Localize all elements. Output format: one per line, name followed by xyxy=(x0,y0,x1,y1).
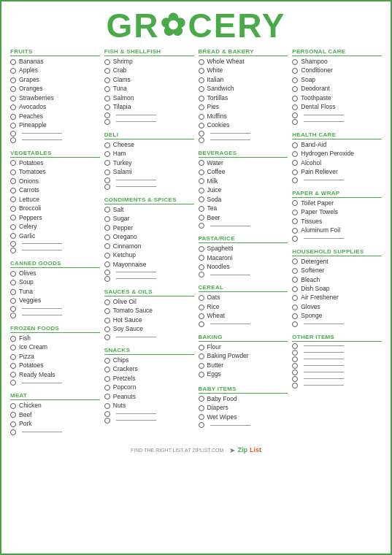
list-item[interactable]: Tuna xyxy=(104,85,194,93)
checkbox-circle[interactable] xyxy=(199,396,204,402)
checkbox-circle[interactable] xyxy=(199,96,204,102)
blank-circle[interactable] xyxy=(199,137,204,143)
blank-circle[interactable] xyxy=(292,376,298,382)
list-item[interactable]: Detergent xyxy=(292,258,382,266)
checkbox-circle[interactable] xyxy=(104,376,110,382)
blank-circle[interactable] xyxy=(10,131,16,137)
checkbox-circle[interactable] xyxy=(104,318,110,324)
list-item[interactable]: Band-Aid xyxy=(292,141,382,149)
list-item[interactable]: Tea xyxy=(199,204,288,213)
checkbox-circle[interactable] xyxy=(292,210,298,215)
checkbox-circle[interactable] xyxy=(10,59,16,65)
blank-circle[interactable] xyxy=(104,269,110,275)
checkbox-circle[interactable] xyxy=(104,394,110,399)
checkbox-circle[interactable] xyxy=(10,345,16,351)
list-item[interactable]: Salmon xyxy=(104,94,194,102)
list-item[interactable]: Broccoli xyxy=(10,204,100,213)
blank-circle[interactable] xyxy=(104,112,110,118)
checkbox-circle[interactable] xyxy=(10,298,16,304)
list-item[interactable]: Crab xyxy=(104,66,194,74)
list-item[interactable]: Potatoes xyxy=(10,361,100,370)
blank-circle[interactable] xyxy=(104,418,110,424)
checkbox-circle[interactable] xyxy=(292,268,298,274)
checkbox-circle[interactable] xyxy=(199,345,204,351)
list-item[interactable]: Shampoo xyxy=(292,58,382,66)
list-item[interactable]: Carrots xyxy=(10,186,100,194)
checkbox-circle[interactable] xyxy=(10,372,16,378)
list-item[interactable]: Ice Cream xyxy=(10,343,100,351)
list-item[interactable]: Turkey xyxy=(104,159,194,167)
checkbox-circle[interactable] xyxy=(104,104,110,110)
checkbox-circle[interactable] xyxy=(104,225,110,231)
blank-circle[interactable] xyxy=(10,429,16,435)
checkbox-circle[interactable] xyxy=(104,96,110,102)
list-item[interactable]: Mayonnaise xyxy=(104,261,194,269)
checkbox-circle[interactable] xyxy=(292,68,298,74)
list-item[interactable]: Coffee xyxy=(199,168,288,176)
list-item[interactable]: Peppers xyxy=(10,214,100,222)
checkbox-circle[interactable] xyxy=(292,151,298,157)
list-item[interactable]: Fish xyxy=(10,334,100,342)
list-item[interactable]: Tomato Sauce xyxy=(104,307,194,315)
checkbox-circle[interactable] xyxy=(199,414,204,420)
list-item[interactable]: Noodles xyxy=(199,263,288,271)
list-item[interactable]: Pretzels xyxy=(104,375,194,383)
checkbox-circle[interactable] xyxy=(292,96,298,102)
checkbox-circle[interactable] xyxy=(199,114,204,120)
list-item[interactable]: Juice xyxy=(199,186,288,194)
blank-circle[interactable] xyxy=(292,356,298,362)
checkbox-circle[interactable] xyxy=(199,188,204,194)
list-item[interactable]: Garlic xyxy=(10,232,100,240)
checkbox-circle[interactable] xyxy=(199,169,204,175)
list-item[interactable]: Tilapia xyxy=(104,103,194,111)
checkbox-circle[interactable] xyxy=(199,104,204,110)
blank-circle[interactable] xyxy=(292,350,298,356)
list-item[interactable]: Whole Wheat xyxy=(199,58,288,66)
checkbox-circle[interactable] xyxy=(199,246,204,252)
list-item[interactable]: Tuna xyxy=(10,288,100,296)
list-item[interactable]: Onions xyxy=(10,177,100,185)
list-item[interactable]: Aluminum Foil xyxy=(292,226,382,234)
list-item[interactable]: Baby Food xyxy=(199,395,288,403)
list-item[interactable]: Cheese xyxy=(104,141,194,149)
checkbox-circle[interactable] xyxy=(10,412,16,418)
list-item[interactable]: Flour xyxy=(199,343,288,351)
blank-circle[interactable] xyxy=(10,306,16,312)
list-item[interactable]: Pizza xyxy=(10,353,100,361)
checkbox-circle[interactable] xyxy=(104,299,110,305)
checkbox-circle[interactable] xyxy=(104,385,110,391)
list-item[interactable]: Hot Sauce xyxy=(104,316,194,324)
list-item[interactable]: Paper Towels xyxy=(292,208,382,216)
checkbox-circle[interactable] xyxy=(199,295,204,301)
blank-circle[interactable] xyxy=(199,321,204,327)
checkbox-circle[interactable] xyxy=(104,59,110,65)
checkbox-circle[interactable] xyxy=(10,363,16,369)
checkbox-circle[interactable] xyxy=(292,160,298,166)
list-item[interactable]: Butter xyxy=(199,361,288,370)
checkbox-circle[interactable] xyxy=(199,59,204,65)
blank-circle[interactable] xyxy=(10,313,16,318)
list-item[interactable]: Pies xyxy=(199,103,288,111)
list-item[interactable]: Sugar xyxy=(104,215,194,223)
list-item[interactable]: Muffins xyxy=(199,112,288,120)
checkbox-circle[interactable] xyxy=(10,289,16,295)
list-item[interactable]: Tissues xyxy=(292,218,382,226)
checkbox-circle[interactable] xyxy=(104,308,110,314)
list-item[interactable]: Toothpaste xyxy=(292,94,382,102)
checkbox-circle[interactable] xyxy=(10,188,16,194)
list-item[interactable]: Alcohol xyxy=(292,159,382,167)
blank-circle[interactable] xyxy=(10,248,16,253)
list-item[interactable]: Pineapple xyxy=(10,121,100,129)
checkbox-circle[interactable] xyxy=(10,77,16,83)
list-item[interactable]: Milk xyxy=(199,177,288,185)
checkbox-circle[interactable] xyxy=(10,96,16,102)
checkbox-circle[interactable] xyxy=(104,261,110,267)
checkbox-circle[interactable] xyxy=(199,77,204,83)
checkbox-circle[interactable] xyxy=(104,403,110,409)
list-item[interactable]: Diapers xyxy=(199,404,288,412)
blank-circle[interactable] xyxy=(292,236,298,242)
list-item[interactable]: Sandwich xyxy=(199,85,288,93)
checkbox-circle[interactable] xyxy=(199,215,204,221)
checkbox-circle[interactable] xyxy=(199,206,204,212)
list-item[interactable]: Soup xyxy=(10,278,100,286)
